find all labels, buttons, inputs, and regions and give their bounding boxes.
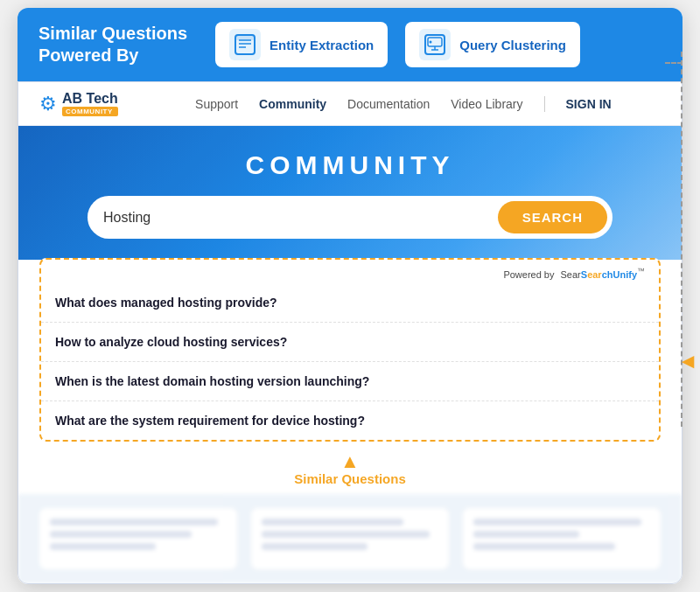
main-container: Similar Questions Powered By: [18, 8, 682, 584]
logo-main-text: AB Tech: [62, 91, 118, 107]
query-clustering-icon: [419, 29, 451, 60]
bottom-card-1: [39, 508, 237, 569]
brand-start: Sear: [561, 269, 581, 280]
searchunify-brand: SearSearchUnify™: [561, 269, 645, 280]
powered-by-prefix: Powered by: [503, 269, 554, 280]
sign-in-button[interactable]: SIGN IN: [566, 97, 612, 111]
up-arrow-icon: ▲: [18, 452, 682, 471]
hero-section: COMMUNITY SEARCH: [18, 126, 682, 260]
nav-link-community[interactable]: Community: [259, 97, 326, 111]
nav-divider: [544, 96, 545, 112]
suggestion-item-1[interactable]: What does managed hosting provide?: [41, 283, 659, 323]
powered-by-title: Similar Questions Powered By: [38, 23, 187, 66]
nav-link-documentation[interactable]: Documentation: [347, 97, 430, 111]
feature-badges: Entity Extraction Query Clustering: [215, 22, 580, 67]
svg-rect-4: [236, 36, 254, 40]
suggestions-panel: Powered by SearSearchUnify™ What does ma…: [39, 258, 661, 442]
similar-questions-annotation: ▲ Similar Questions: [18, 442, 682, 494]
app-container: ⚙ AB Tech COMMUNITY Support Community Do…: [18, 81, 682, 584]
logo-sub-text: COMMUNITY: [62, 107, 118, 116]
svg-point-9: [430, 41, 432, 44]
top-header: Similar Questions Powered By: [18, 8, 682, 81]
nav-bar: ⚙ AB Tech COMMUNITY Support Community Do…: [18, 82, 682, 126]
hero-title: COMMUNITY: [39, 150, 661, 180]
bottom-card-3: [463, 508, 661, 569]
suggestion-item-2[interactable]: How to analyze cloud hosting services?: [41, 323, 659, 362]
entity-extraction-label: Entity Extraction: [270, 38, 374, 52]
bottom-card-2: [251, 508, 449, 569]
brand-highlight: SearchUnify: [581, 269, 637, 280]
logo-icon: ⚙: [39, 93, 57, 115]
suggestion-item-4[interactable]: What are the system requirement for devi…: [41, 401, 659, 440]
search-button[interactable]: SEARCH: [498, 201, 607, 233]
nav-logo: ⚙ AB Tech COMMUNITY: [39, 91, 118, 116]
search-bar: SEARCH: [88, 196, 612, 239]
query-clustering-badge: Query Clustering: [405, 22, 580, 67]
query-clustering-label: Query Clustering: [459, 38, 566, 52]
similar-questions-label: Similar Questions: [294, 471, 406, 486]
nav-links: Support Community Documentation Video Li…: [146, 96, 661, 112]
nav-link-video-library[interactable]: Video Library: [451, 97, 522, 111]
bottom-cards: [18, 494, 682, 583]
logo-text: AB Tech COMMUNITY: [62, 91, 118, 116]
search-input[interactable]: [103, 210, 498, 226]
entity-extraction-badge: Entity Extraction: [215, 22, 388, 67]
suggestion-item-3[interactable]: When is the latest domain hosting versio…: [41, 362, 659, 401]
entity-extraction-icon: [229, 29, 261, 60]
nav-link-support[interactable]: Support: [195, 97, 238, 111]
suggestions-powered-by: Powered by SearSearchUnify™: [41, 260, 659, 283]
